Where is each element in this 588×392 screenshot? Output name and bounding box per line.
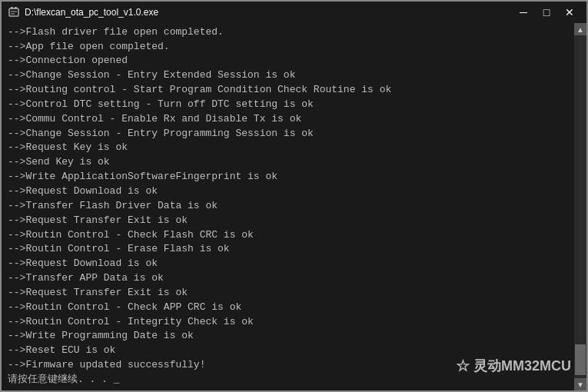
console-line: -->Request Key is ok — [8, 141, 568, 155]
scroll-up-button[interactable]: ▲ — [574, 23, 586, 35]
console-line: -->Firmware updated successfully! — [8, 358, 568, 373]
window-title: D:\flexcan_ota_pc_tool_v1.0.exe — [25, 7, 513, 18]
maximize-button[interactable]: □ — [536, 5, 557, 20]
close-button[interactable]: ✕ — [559, 5, 580, 20]
console-line: -->Request Transfer Exit is ok — [8, 214, 568, 228]
app-icon — [8, 6, 20, 18]
console-line: -->Routing control - Start Program Condi… — [8, 83, 568, 98]
console-line: -->Request Transfer Exit is ok — [8, 286, 568, 301]
console-line: -->Transfer APP Data is ok — [8, 271, 568, 286]
console-line: -->Reset ECU is ok — [8, 344, 568, 358]
scrollbar[interactable]: ▲ ▼ — [574, 23, 586, 390]
console-area: MindMotion FlexCAN OTA PC Tool V1.0Bitra… — [2, 23, 586, 390]
scrollbar-thumb[interactable] — [575, 344, 586, 375]
console-line: -->App file open completed. — [8, 40, 568, 55]
console-line: -->Commu Control - Enable Rx and Disable… — [8, 112, 568, 127]
console-line: -->Send Key is ok — [8, 155, 568, 170]
scrollbar-track[interactable] — [574, 35, 586, 378]
minimize-button[interactable]: ─ — [513, 5, 534, 20]
console-line: -->Write Programming Date is ok — [8, 329, 568, 344]
console-line: -->Control DTC setting - Turn off DTC se… — [8, 98, 568, 112]
console-line: -->Request Download is ok — [8, 257, 568, 271]
svg-rect-1 — [11, 7, 13, 9]
console-output: MindMotion FlexCAN OTA PC Tool V1.0Bitra… — [2, 23, 574, 390]
console-line: -->Flash driver file open completed. — [8, 25, 568, 40]
console-line: -->Routin Control - Integrity Check is o… — [8, 315, 568, 330]
scroll-down-button[interactable]: ▼ — [574, 378, 586, 390]
titlebar: D:\flexcan_ota_pc_tool_v1.0.exe ─ □ ✕ — [2, 2, 586, 23]
console-line: -->Routin Control - Check APP CRC is ok — [8, 301, 568, 315]
console-line: -->Write ApplicationSoftwareFingerprint … — [8, 170, 568, 184]
console-line: 请按任意键继续. . . _ — [8, 373, 568, 387]
window-controls: ─ □ ✕ — [513, 5, 580, 20]
console-line: -->Connection opened — [8, 54, 568, 68]
console-line: -->Change Session - Entry Programming Se… — [8, 127, 568, 141]
console-line: -->Routin Control - Erase Flash is ok — [8, 242, 568, 257]
svg-rect-0 — [9, 8, 18, 16]
console-line: -->Request Download is ok — [8, 184, 568, 199]
svg-rect-2 — [15, 7, 17, 9]
console-line: -->Transfer Flash Driver Data is ok — [8, 199, 568, 214]
console-line: -->Change Session - Entry Extended Sessi… — [8, 68, 568, 83]
main-window: D:\flexcan_ota_pc_tool_v1.0.exe ─ □ ✕ Mi… — [0, 0, 588, 392]
console-line: -->Routin Control - Check Flash CRC is o… — [8, 228, 568, 243]
